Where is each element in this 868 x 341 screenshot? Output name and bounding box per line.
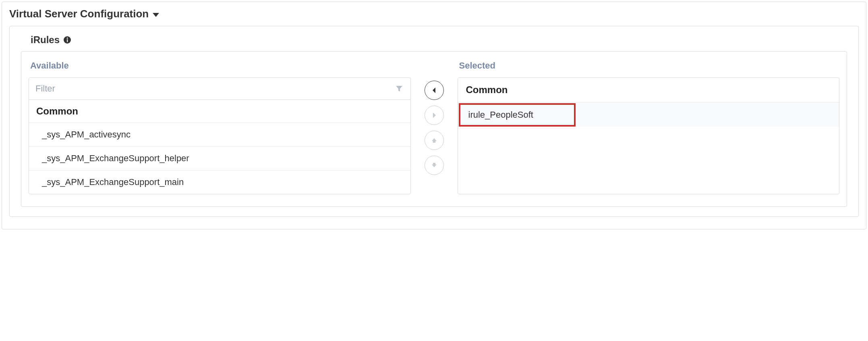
available-item[interactable]: _sys_APM_ExchangeSupport_main bbox=[29, 170, 410, 194]
transfer-buttons bbox=[423, 81, 445, 175]
section-label-row: iRules bbox=[31, 34, 847, 46]
filter-funnel-icon[interactable] bbox=[391, 81, 407, 97]
panel-header-toggle[interactable]: Virtual Server Configuration bbox=[2, 2, 866, 26]
available-column: Available Common _sys_APM_activesync bbox=[29, 59, 411, 194]
available-item[interactable]: _sys_APM_activesync bbox=[29, 123, 410, 146]
info-icon[interactable] bbox=[63, 35, 72, 44]
move-down-button[interactable] bbox=[425, 156, 444, 175]
available-group-header: Common bbox=[29, 100, 410, 123]
available-listbox: Common _sys_APM_activesync _sys_APM_Exch… bbox=[29, 77, 411, 194]
dual-list-selector: Available Common _sys_APM_activesync bbox=[21, 51, 847, 207]
selected-listbox: Common irule_PeopleSoft bbox=[458, 77, 840, 194]
move-right-button[interactable] bbox=[425, 106, 444, 125]
available-title: Available bbox=[30, 60, 411, 71]
available-filter-input[interactable] bbox=[29, 78, 391, 100]
config-panel: Virtual Server Configuration iRules Avai… bbox=[2, 2, 866, 229]
selected-title: Selected bbox=[459, 60, 840, 71]
move-up-button[interactable] bbox=[425, 131, 444, 150]
svg-rect-1 bbox=[67, 40, 68, 42]
selected-column: Selected Common irule_PeopleSoft bbox=[458, 59, 840, 194]
panel-body: iRules Available bbox=[9, 26, 859, 217]
caret-down-icon bbox=[153, 13, 159, 17]
panel-title: Virtual Server Configuration bbox=[9, 8, 149, 20]
filter-row bbox=[29, 78, 410, 100]
available-item[interactable]: _sys_APM_ExchangeSupport_helper bbox=[29, 147, 410, 170]
move-left-button[interactable] bbox=[425, 81, 444, 100]
selected-item-highlight: irule_PeopleSoft bbox=[459, 103, 576, 127]
selected-item-row[interactable]: irule_PeopleSoft bbox=[458, 102, 839, 127]
selected-group-header: Common bbox=[458, 78, 839, 102]
section-label: iRules bbox=[31, 34, 60, 46]
svg-point-2 bbox=[67, 37, 68, 39]
